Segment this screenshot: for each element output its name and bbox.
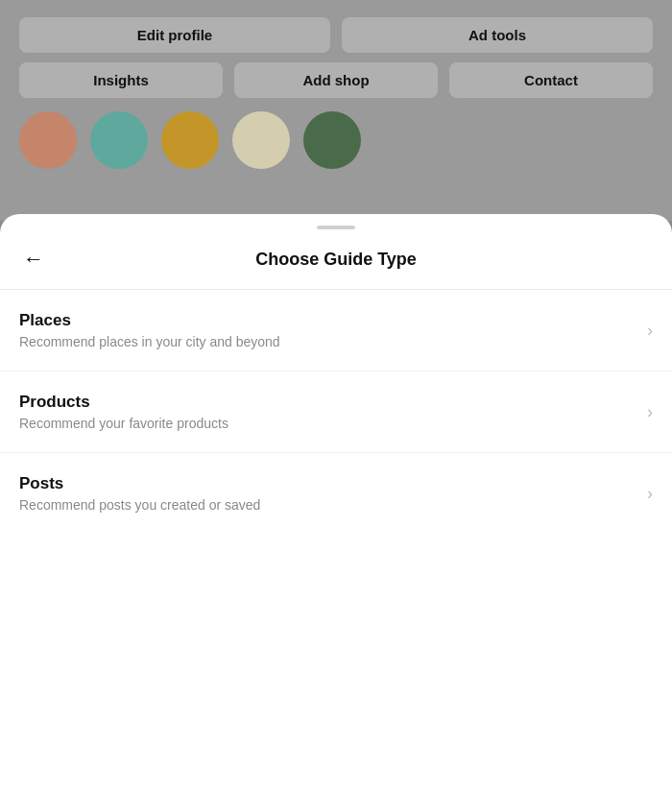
bottom-sheet: ← Choose Guide Type Places Recommend pla…	[0, 214, 672, 790]
guide-item-products[interactable]: Products Recommend your favorite product…	[0, 371, 672, 453]
ad-tools-button[interactable]: Ad tools	[342, 17, 653, 53]
contact-button[interactable]: Contact	[449, 62, 653, 98]
story-circle-4[interactable]	[232, 111, 290, 169]
edit-profile-button[interactable]: Edit profile	[19, 17, 330, 53]
guide-item-places-content: Places Recommend places in your city and…	[19, 311, 637, 349]
drag-handle	[317, 226, 355, 229]
chevron-right-icon-products: ›	[647, 402, 653, 422]
profile-buttons-row1: Edit profile Ad tools	[0, 0, 672, 62]
guide-item-posts-title: Posts	[19, 474, 637, 493]
guide-item-posts[interactable]: Posts Recommend posts you created or sav…	[0, 453, 672, 534]
guide-list: Places Recommend places in your city and…	[0, 290, 672, 790]
guide-item-products-title: Products	[19, 393, 637, 412]
guide-item-products-content: Products Recommend your favorite product…	[19, 393, 637, 431]
chevron-right-icon-places: ›	[647, 321, 653, 341]
guide-item-posts-desc: Recommend posts you created or saved	[19, 497, 637, 513]
story-circle-3[interactable]	[161, 111, 219, 169]
insights-button[interactable]: Insights	[19, 62, 223, 98]
guide-item-places-desc: Recommend places in your city and beyond	[19, 334, 637, 349]
guide-item-places-title: Places	[19, 311, 637, 330]
story-circle-2[interactable]	[90, 111, 148, 169]
guide-item-posts-content: Posts Recommend posts you created or sav…	[19, 474, 637, 513]
back-button[interactable]: ←	[19, 245, 48, 274]
sheet-title: Choose Guide Type	[48, 250, 624, 270]
story-circle-1[interactable]	[19, 111, 77, 169]
drag-handle-container	[0, 214, 672, 237]
chevron-right-icon-posts: ›	[647, 484, 653, 504]
profile-buttons-row2: Insights Add shop Contact	[0, 62, 672, 111]
add-shop-button[interactable]: Add shop	[234, 62, 438, 98]
circles-row	[0, 111, 672, 169]
guide-item-products-desc: Recommend your favorite products	[19, 416, 637, 431]
sheet-header: ← Choose Guide Type	[0, 237, 672, 289]
background-area: Edit profile Ad tools Insights Add shop …	[0, 0, 672, 221]
story-circle-5[interactable]	[303, 111, 361, 169]
guide-item-places[interactable]: Places Recommend places in your city and…	[0, 290, 672, 371]
